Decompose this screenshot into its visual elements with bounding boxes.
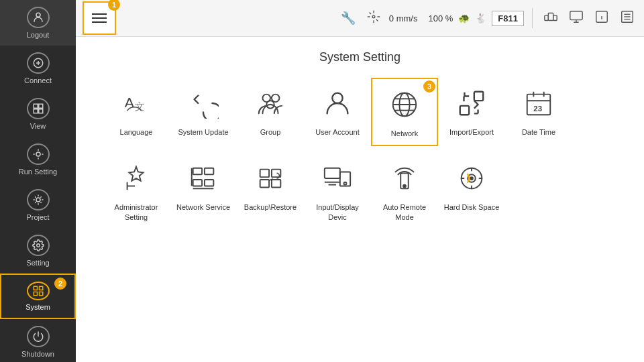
sidebar-item-system[interactable]: 2 System <box>0 274 76 319</box>
svg-rect-11 <box>39 292 42 296</box>
date-time-icon: 23 <box>520 84 557 122</box>
date-time-label: Date Time <box>522 127 555 137</box>
setting-user-account[interactable]: User Account <box>304 78 371 146</box>
setting-system-update[interactable]: System Update <box>170 78 237 146</box>
admin-label: Administrator Setting <box>107 202 166 222</box>
svg-rect-16 <box>548 13 553 20</box>
sidebar-item-project[interactable]: Project <box>0 182 76 228</box>
robot-icon[interactable] <box>541 7 561 30</box>
language-icon: A 文 <box>117 84 155 122</box>
backup-restore-icon <box>252 160 289 197</box>
svg-rect-48 <box>193 180 202 186</box>
hard-disk-icon <box>453 160 490 197</box>
header-sep-1 <box>532 8 533 28</box>
setting-input-display[interactable]: Input/Display Devic <box>304 153 371 229</box>
sidebar-item-logout[interactable]: Logout <box>0 0 76 46</box>
admin-icon <box>117 160 155 197</box>
input-display-label: Input/Display Devic <box>308 202 367 222</box>
auto-remote-icon <box>386 160 423 197</box>
sidebar-system-label: System <box>25 303 50 311</box>
sidebar-item-connect[interactable]: Connect <box>0 46 76 91</box>
auto-remote-label: Auto Remote Mode <box>375 202 434 222</box>
svg-rect-17 <box>553 15 557 20</box>
setting-icon <box>27 235 50 256</box>
svg-rect-5 <box>38 109 42 113</box>
sidebar-project-label: Project <box>26 213 49 221</box>
setting-admin[interactable]: Administrator Setting <box>103 153 170 229</box>
content-area: System Setting A 文 Language <box>76 37 644 362</box>
svg-text:23: 23 <box>533 105 542 113</box>
setting-group[interactable]: Group <box>237 78 304 146</box>
setting-backup-restore[interactable]: Backup\Restore <box>237 153 304 229</box>
svg-rect-46 <box>193 168 202 175</box>
svg-rect-57 <box>340 172 350 186</box>
view-icon <box>27 98 50 119</box>
setting-auto-remote[interactable]: Auto Remote Mode <box>371 153 438 229</box>
sidebar-logout-label: Logout <box>27 31 50 39</box>
svg-point-6 <box>36 152 40 156</box>
menu-button[interactable]: 1 <box>83 1 116 35</box>
language-label: Language <box>120 127 153 137</box>
sidebar-item-setting[interactable]: Setting <box>0 228 76 274</box>
svg-rect-37 <box>474 92 483 101</box>
sidebar-item-run-setting[interactable]: Run Setting <box>0 137 76 182</box>
tool-icon: 🔧 <box>338 8 358 28</box>
icon-b: 🐇 <box>475 13 486 23</box>
info-icon[interactable] <box>592 7 612 30</box>
svg-rect-18 <box>570 11 582 19</box>
svg-rect-10 <box>39 286 42 290</box>
system-update-label: System Update <box>178 127 228 137</box>
network-label: Network <box>391 129 418 138</box>
system-update-icon <box>184 84 222 122</box>
project-icon <box>27 189 50 210</box>
logout-icon <box>27 7 50 28</box>
system-badge: 2 <box>54 278 66 290</box>
svg-rect-55 <box>272 180 280 188</box>
setting-import-export[interactable]: Import/Export <box>438 78 505 146</box>
main-area: 1 🔧 0 mm/s 100 % 🐢 🐇 F811 <box>76 0 644 362</box>
system-icon <box>27 282 50 300</box>
menu-bar-2 <box>92 17 107 19</box>
speed-value: 0 mm/s <box>389 13 418 23</box>
page-title: System Setting <box>103 50 617 64</box>
sidebar-view-label: View <box>30 122 46 130</box>
setting-network[interactable]: 3 Network <box>371 78 438 146</box>
svg-point-0 <box>36 13 40 17</box>
list-icon[interactable] <box>617 7 637 30</box>
settings-grid: A 文 Language System Update <box>103 78 617 229</box>
svg-rect-15 <box>545 15 549 20</box>
svg-rect-56 <box>325 168 340 178</box>
monitor-icon[interactable] <box>566 7 586 30</box>
svg-rect-53 <box>260 180 269 188</box>
setting-language[interactable]: A 文 Language <box>103 78 170 146</box>
network-service-icon <box>184 160 222 197</box>
menu-bar-1 <box>92 13 107 15</box>
setting-hard-disk[interactable]: Hard Disk Space <box>438 153 505 229</box>
svg-point-14 <box>372 15 375 18</box>
setting-network-service[interactable]: Network Service <box>170 153 237 229</box>
sidebar-connect-label: Connect <box>24 76 52 84</box>
speed-icon <box>364 7 384 30</box>
group-label: Group <box>260 127 281 137</box>
backup-restore-label: Backup\Restore <box>244 202 297 212</box>
group-icon <box>252 84 289 122</box>
svg-rect-49 <box>205 180 213 186</box>
network-service-label: Network Service <box>176 202 230 212</box>
sidebar-item-view[interactable]: View <box>0 91 76 137</box>
svg-rect-12 <box>34 292 37 296</box>
sidebar-shutdown-label: Shutdown <box>21 350 54 358</box>
svg-point-62 <box>403 185 406 188</box>
hard-disk-label: Hard Disk Space <box>444 202 500 212</box>
import-export-label: Import/Export <box>449 127 494 137</box>
input-display-icon <box>319 160 356 197</box>
connect-icon <box>27 52 50 74</box>
menu-bar-3 <box>92 21 107 23</box>
sidebar-setting-label: Setting <box>26 259 49 267</box>
svg-rect-9 <box>34 286 37 290</box>
sidebar-item-shutdown[interactable]: Shutdown <box>0 319 76 362</box>
svg-point-60 <box>344 182 347 185</box>
network-badge: 3 <box>423 80 435 93</box>
svg-rect-52 <box>260 170 269 178</box>
setting-date-time[interactable]: 23 Date Time <box>505 78 572 146</box>
menu-badge: 1 <box>108 0 120 11</box>
